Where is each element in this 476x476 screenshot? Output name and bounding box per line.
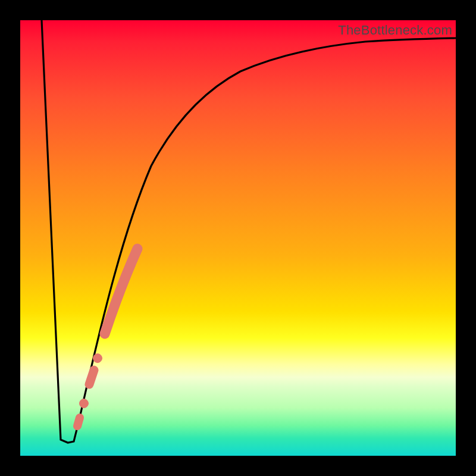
highlight-overlay: [77, 249, 137, 426]
svg-point-0: [93, 354, 102, 363]
chart-svg: [20, 20, 456, 456]
bottleneck-curve: [42, 20, 456, 443]
chart-frame: TheBottleneck.com: [0, 0, 476, 476]
watermark-text: TheBottleneck.com: [338, 23, 452, 38]
svg-point-1: [80, 399, 89, 408]
